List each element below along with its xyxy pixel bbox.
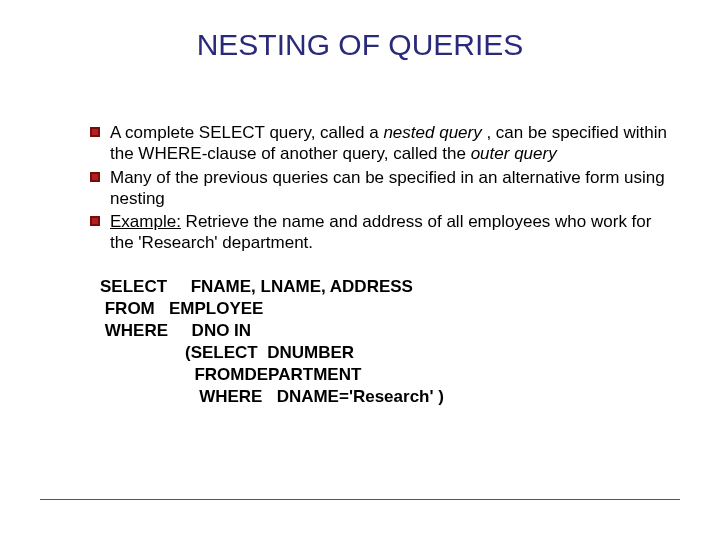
bullet-list: A complete SELECT query, called a nested… — [50, 122, 670, 254]
bullet-text: Example: Retrieve the name and address o… — [110, 211, 670, 254]
list-item: Many of the previous queries can be spec… — [90, 167, 670, 210]
sql-code-block: SELECT FNAME, LNAME, ADDRESS FROM EMPLOY… — [100, 276, 670, 409]
bullet-text: A complete SELECT query, called a nested… — [110, 122, 670, 165]
page-title: NESTING OF QUERIES — [50, 28, 670, 62]
list-item: Example: Retrieve the name and address o… — [90, 211, 670, 254]
bullet-icon — [90, 216, 100, 226]
bullet-text: Many of the previous queries can be spec… — [110, 167, 670, 210]
svg-rect-3 — [92, 174, 98, 180]
bullet-icon — [90, 172, 100, 182]
svg-rect-5 — [92, 218, 98, 224]
list-item: A complete SELECT query, called a nested… — [90, 122, 670, 165]
svg-rect-1 — [92, 129, 98, 135]
bullet-icon — [90, 127, 100, 137]
divider — [40, 499, 680, 500]
